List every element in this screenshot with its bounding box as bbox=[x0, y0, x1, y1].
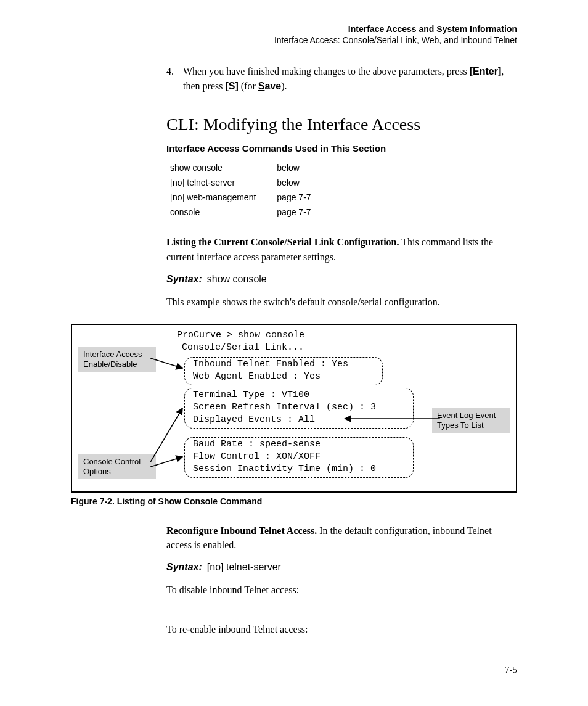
body-column-2: Reconfigure Inbound Telnet Access. In th… bbox=[166, 523, 517, 636]
disable-text: To disable inbound Telnet access: bbox=[166, 583, 517, 597]
table-row: show console below bbox=[166, 160, 329, 176]
figure-box: Interface Access Enable/Disable Console … bbox=[71, 324, 517, 493]
svg-line-1 bbox=[150, 408, 182, 462]
step-4: 4. When you have finished making changes… bbox=[166, 64, 517, 94]
callout-console-control: Console Control Options bbox=[78, 454, 156, 480]
reconfigure-paragraph: Reconfigure Inbound Telnet Access. In th… bbox=[166, 523, 517, 552]
running-header: Interface Access and System Information … bbox=[71, 23, 517, 46]
listing-paragraph: Listing the Current Console/Serial Link … bbox=[166, 235, 517, 263]
term-l5: Displayed Events : All bbox=[193, 414, 315, 425]
term-l8: Session Inactivity Time (min) : 0 bbox=[193, 464, 376, 474]
term-subtitle: Console/Serial Link... bbox=[182, 342, 304, 353]
body-column: 4. When you have finished making changes… bbox=[166, 64, 517, 309]
header-subtitle: Interface Access: Console/Serial Link, W… bbox=[71, 35, 517, 46]
command-table: show console below [no] telnet-server be… bbox=[166, 160, 329, 220]
step-number: 4. bbox=[166, 64, 176, 94]
table-row: [no] telnet-server below bbox=[166, 175, 329, 190]
syntax-telnet-server: Syntax: [no] telnet-server bbox=[166, 562, 517, 573]
callout-event-log: Event Log Event Types To List bbox=[432, 408, 510, 433]
term-l6: Baud Rate : speed-sense bbox=[193, 439, 321, 449]
step-text: When you have finished making changes to… bbox=[183, 64, 517, 94]
table-heading: Interface Access Commands Used in This S… bbox=[166, 143, 517, 154]
page-number: 7-5 bbox=[505, 665, 517, 675]
page-content: Interface Access and System Information … bbox=[71, 23, 517, 681]
table-row: [no] web-management page 7-7 bbox=[166, 190, 329, 205]
reenable-text: To re-enable inbound Telnet access: bbox=[166, 622, 517, 636]
term-prompt: ProCurve > show console bbox=[177, 330, 304, 340]
key-s: [S] bbox=[225, 81, 238, 91]
header-title: Interface Access and System Information bbox=[71, 23, 517, 35]
term-l2: Web Agent Enabled : Yes bbox=[193, 371, 321, 382]
footer-rule bbox=[71, 660, 517, 660]
key-enter: [Enter] bbox=[470, 66, 502, 76]
example-intro: This example shows the switch's default … bbox=[166, 295, 517, 309]
term-l3: Terminal Type : VT100 bbox=[193, 390, 309, 400]
figure-caption: Figure 7-2. Listing of Show Console Comm… bbox=[71, 496, 517, 506]
syntax-show-console: Syntax: show console bbox=[166, 274, 517, 285]
term-l1: Inbound Telnet Enabled : Yes bbox=[193, 359, 348, 369]
callout-interface-access: Interface Access Enable/Disable bbox=[78, 347, 156, 372]
term-l4: Screen Refresh Interval (sec) : 3 bbox=[193, 402, 376, 413]
section-heading: CLI: Modifying the Interface Access bbox=[166, 115, 517, 134]
table-row: console page 7-7 bbox=[166, 205, 329, 220]
term-l7: Flow Control : XON/XOFF bbox=[193, 451, 321, 462]
